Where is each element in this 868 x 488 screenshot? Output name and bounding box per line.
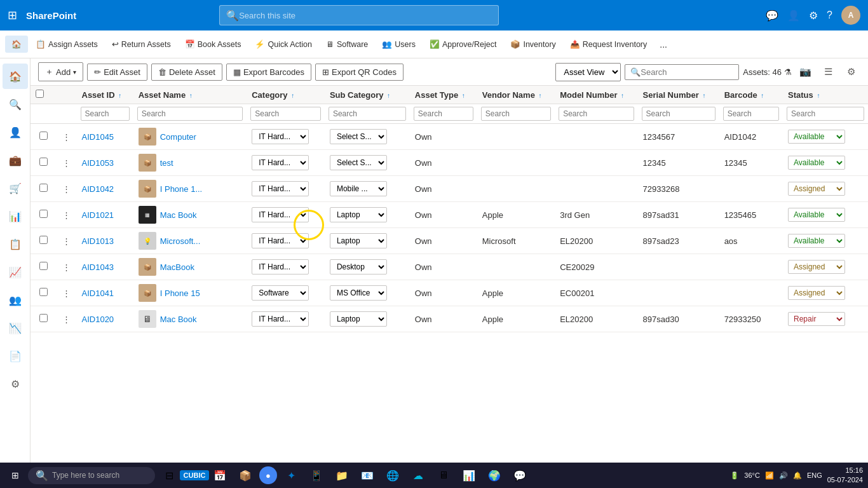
taskbar-badge-cubic[interactable]: CUBIC [183,464,206,487]
row-category-6[interactable]: Software [247,280,325,306]
row-subcategory-6[interactable]: MS Office [325,280,410,306]
assetid-link-6[interactable]: AID1041 [82,288,114,298]
row-menu-0[interactable]: ⋮ [56,124,76,150]
settings-icon[interactable]: ⚙ [809,10,818,22]
status-select-4[interactable]: Available [788,234,845,248]
list-view-button[interactable]: ☰ [818,62,837,81]
assetid-link-3[interactable]: AID1021 [82,210,114,220]
row-select-2[interactable] [39,184,48,192]
header-assettype[interactable]: Asset Type ↑ [410,86,477,104]
row-checkbox-1[interactable] [31,150,56,176]
global-search-input[interactable] [239,11,492,20]
taskbar-search-box[interactable]: 🔍 [28,467,155,484]
sidebar-item-chart[interactable]: 📈 [3,259,28,285]
assetname-link-3[interactable]: Mac Book [160,210,197,220]
sidebar-item-report[interactable]: 📄 [3,343,28,369]
select-all-checkbox[interactable] [36,90,44,98]
status-select-3[interactable]: Available [788,208,845,222]
row-subcategory-3[interactable]: Laptop [325,202,410,228]
export-barcodes-button[interactable]: ▦ Export Barcodes [226,64,311,81]
search-assettype[interactable] [414,107,473,121]
search-assetname[interactable] [137,107,243,121]
start-button[interactable]: ⊞ [5,465,25,485]
taskbar-app-screen[interactable]: 🖥 [432,464,455,487]
assetid-link-4[interactable]: AID1013 [82,236,114,246]
status-select-5[interactable]: Assigned [788,260,845,274]
taskbar-app-mail[interactable]: 📧 [356,464,379,487]
taskbar-app-cha[interactable]: 💬 [508,464,531,487]
category-select-AID1043[interactable]: IT Hard... [252,259,309,274]
assetname-link-1[interactable]: test [160,158,173,168]
delete-asset-button[interactable]: 🗑 Delete Asset [151,64,222,81]
row-menu-4[interactable]: ⋮ [56,228,76,254]
row-select-1[interactable] [39,158,48,166]
assetid-link-1[interactable]: AID1053 [82,158,114,168]
row-subcategory-4[interactable]: Laptop [325,228,410,254]
row-checkbox-6[interactable] [31,280,56,306]
taskbar-app-generic1[interactable]: 📱 [305,464,328,487]
assetid-link-0[interactable]: AID1045 [82,132,114,142]
toolbar-search-input[interactable] [641,67,733,77]
subcategory-select-AID1013[interactable]: Laptop [330,233,387,248]
category-select-AID1020[interactable]: IT Hard... [252,311,309,327]
edit-asset-button[interactable]: ✏ Edit Asset [87,64,147,81]
row-checkbox-3[interactable] [31,202,56,228]
ribbon-users[interactable]: 👥 Users [376,36,422,53]
ribbon-home[interactable]: 🏠 [5,36,28,53]
status-select-0[interactable]: Available [788,130,845,144]
sidebar-item-stats[interactable]: 📊 [3,203,28,229]
subcategory-select-AID1045[interactable]: Select S... [330,129,387,144]
header-assetname[interactable]: Asset Name ↑ [133,86,247,104]
header-serialnumber[interactable]: Serial Number ↑ [638,86,719,104]
row-menu-3[interactable]: ⋮ [56,202,76,228]
search-status[interactable] [787,107,864,121]
assetid-link-5[interactable]: AID1043 [82,262,114,272]
taskbar-app-calendar[interactable]: 📅 [208,464,231,487]
row-menu-7[interactable]: ⋮ [56,306,76,332]
row-menu-2[interactable]: ⋮ [56,176,76,202]
row-subcategory-7[interactable]: Laptop [325,306,410,332]
ribbon-quick-action[interactable]: ⚡ Quick Action [248,36,318,53]
sidebar-item-settings[interactable]: ⚙ [3,371,28,396]
search-vendorname[interactable] [481,107,551,121]
row-menu-1[interactable]: ⋮ [56,150,76,176]
row-select-6[interactable] [39,288,48,296]
row-select-0[interactable] [39,132,48,140]
help-icon[interactable]: ? [827,10,832,21]
row-category-5[interactable]: IT Hard... [247,254,325,280]
row-checkbox-5[interactable] [31,254,56,280]
category-select-AID1041[interactable]: Software [252,285,309,301]
taskbar-app-so[interactable]: 📊 [458,464,480,487]
global-search-box[interactable]: 🔍 [219,5,499,25]
subcategory-select-AID1042[interactable]: Mobile ... [330,181,387,196]
taskbar-app-edge[interactable]: 🌐 [381,464,404,487]
header-barcode[interactable]: Barcode ↑ [719,86,783,104]
row-category-4[interactable]: IT Hard... [247,228,325,254]
status-select-1[interactable]: Available [788,156,845,170]
avatar[interactable]: A [841,6,860,25]
taskbar-app-sky[interactable]: ☁ [407,464,430,487]
header-assetid[interactable]: Asset ID ↑ [77,86,133,104]
row-subcategory-1[interactable]: Select S... [325,150,410,176]
camera-button[interactable]: 📷 [796,62,815,81]
row-category-0[interactable]: IT Hard... [247,124,325,150]
header-subcategory[interactable]: Sub Category ↑ [325,86,410,104]
subcategory-select-AID1041[interactable]: MS Office [330,285,387,301]
header-category[interactable]: Category ↑ [247,86,325,104]
row-checkbox-4[interactable] [31,228,56,254]
row-category-2[interactable]: IT Hard... [247,176,325,202]
row-select-7[interactable] [39,314,48,322]
chat-icon[interactable]: 💬 [766,10,778,22]
category-select-AID1021[interactable]: IT Hard... [252,207,309,222]
category-select-AID1053[interactable]: IT Hard... [252,155,309,170]
status-select-6[interactable]: Assigned [788,286,845,300]
assetname-link-5[interactable]: MacBook [160,262,194,272]
filter-icon[interactable]: ⚗ [784,67,792,77]
sidebar-item-table[interactable]: 📋 [3,231,28,257]
assetname-link-6[interactable]: I Phone 15 [160,288,200,298]
ribbon-inventory[interactable]: 📦 Inventory [504,36,562,53]
subcategory-select-AID1021[interactable]: Laptop [330,207,387,222]
category-select-AID1045[interactable]: IT Hard... [252,129,309,144]
asset-view-select[interactable]: Asset View [555,63,621,81]
sidebar-item-people[interactable]: 👤 [3,119,28,145]
